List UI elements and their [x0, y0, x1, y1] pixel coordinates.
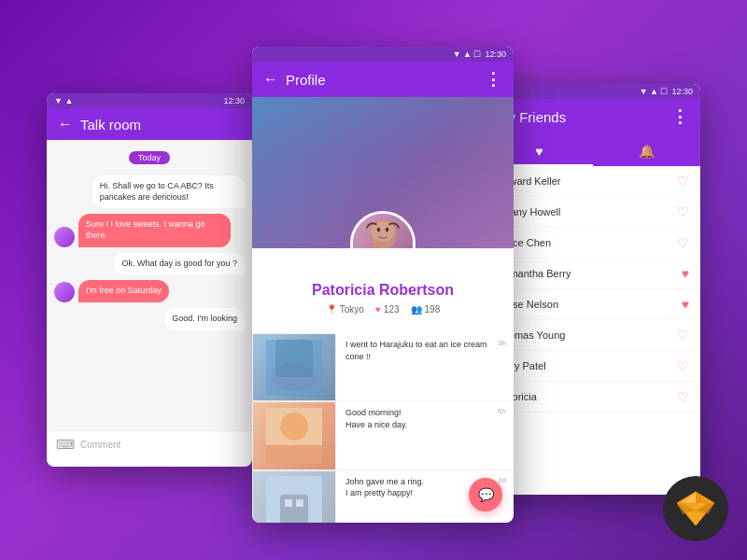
message-row-4: I'm free on Saturday: [54, 280, 245, 302]
message-row-3: Ok. What day is good for you ?: [54, 253, 245, 275]
profile-likes: ♥ 123: [375, 304, 400, 315]
msg-bubble-5: Good. I'm looking: [164, 308, 245, 330]
profile-header: ← Profile ⋮: [252, 62, 514, 248]
svg-point-2: [377, 228, 381, 232]
svg-rect-13: [296, 499, 303, 507]
status-time-right: 12:30: [671, 87, 693, 96]
likes-heart-icon: ♥: [375, 304, 381, 315]
post-time-2: 6h: [498, 407, 506, 415]
avatar-illustration: [353, 214, 413, 248]
status-bar-center: ▼ ▲ ☐ 12:30: [252, 47, 514, 62]
profile-meta: 📍 Tokyo ♥ 123 👥 198: [267, 304, 499, 315]
message-row-2: Sure ! I love sweets. I wanna go there.: [54, 214, 245, 246]
pin-icon: 📍: [326, 304, 337, 315]
friend-row-8: Patoricia ♡: [486, 382, 700, 413]
svg-point-8: [280, 413, 308, 441]
location-text: Tokyo: [340, 304, 364, 315]
status-bar-right: ▼ ▲ ☐ 12:30: [486, 84, 700, 99]
status-bar-left: ▼ ▲ 12:30: [47, 93, 252, 108]
status-time-center: 12:30: [485, 49, 506, 59]
feed-image-3: [252, 470, 336, 523]
messages-list: Hi. Shall we go to CA ABC? Its pancakes …: [47, 172, 252, 430]
profile-title: Profile: [286, 72, 477, 88]
feed-img-illustration-3: [266, 476, 322, 523]
feed-image-2: [252, 401, 336, 469]
msg-text-3: Ok. What day is good for you ?: [121, 259, 237, 268]
fab-chat-button[interactable]: 💬: [469, 478, 502, 511]
msg-text-2: Sure ! I love sweets. I wanna go there.: [86, 219, 205, 240]
friends-list: Edward Keller ♡ Tiffany Howell ♡ Bruce C…: [486, 166, 700, 495]
signal-icons-center: ▼ ▲ ☐: [453, 49, 482, 59]
msg-text-5: Good. I'm looking: [172, 314, 237, 323]
profile-location: 📍 Tokyo: [326, 304, 364, 315]
friend-heart-2[interactable]: ♡: [677, 204, 689, 219]
likes-count: 123: [384, 304, 400, 315]
svg-rect-11: [280, 495, 308, 523]
post-time-1: 3h: [498, 339, 506, 347]
back-button-left[interactable]: ←: [58, 116, 73, 133]
sketch-diamond-svg: [675, 490, 716, 527]
svg-point-3: [386, 228, 389, 232]
friend-row-4: Samantha Berry ♥: [486, 259, 700, 289]
message-row-5: Good. I'm looking: [54, 308, 245, 330]
tab-bell[interactable]: 🔔: [593, 138, 700, 166]
bell-tab-label: 🔔: [639, 144, 655, 159]
feed-images: [252, 333, 336, 523]
profile-avatar: [350, 211, 416, 248]
post-text-2: Good morning!Have a nice day.: [345, 407, 504, 430]
friend-row-2: Tiffany Howell ♡: [486, 197, 700, 228]
msg-text-1: Hi. Shall we go to CA ABC? Its pancakes …: [100, 181, 214, 202]
feed-img-illustration-1: [266, 340, 322, 396]
friend-heart-7[interactable]: ♡: [677, 358, 689, 373]
feed-post-2: 6h Good morning!Have a nice day.: [336, 401, 514, 469]
status-time-left: 12:30: [223, 96, 245, 105]
feed-img-illustration-2: [266, 408, 322, 464]
friend-heart-5[interactable]: ♥: [682, 297, 689, 312]
phone-profile: ▼ ▲ ☐ 12:30 ← Profile ⋮: [252, 47, 514, 523]
more-options-center[interactable]: ⋮: [485, 69, 502, 90]
phone-friends: ▼ ▲ ☐ 12:30 My Friends ⋮ ♥ 🔔 Edward Kell…: [486, 84, 700, 495]
profile-name: Patoricia Robertson: [267, 282, 499, 299]
msg-text-4: I'm free on Saturday: [86, 286, 162, 295]
friend-heart-1[interactable]: ♡: [677, 174, 689, 189]
talk-room-title: Talk room: [80, 117, 241, 133]
signal-icons: ▼ ▲: [54, 96, 73, 105]
friends-count: 198: [425, 304, 441, 315]
talk-room-app-bar: ← Talk room: [47, 108, 252, 140]
hearts-tab-label: ♥: [535, 144, 543, 159]
feed-image-1: [252, 333, 336, 401]
avatar-sent-2: [54, 282, 75, 302]
talk-room-body: Today Hi. Shall we go to CA ABC? Its pan…: [47, 140, 252, 457]
friend-heart-4[interactable]: ♥: [682, 266, 689, 281]
friends-title: My Friends: [497, 109, 664, 125]
feed-post-1: 3h I went to Harajuku to eat an ice crea…: [336, 333, 514, 401]
avatar-inner: [353, 214, 413, 248]
profile-avatar-wrapper: [350, 211, 416, 248]
friend-row-5: Jesse Nelson ♥: [486, 289, 700, 320]
svg-rect-6: [275, 340, 313, 377]
more-options-right[interactable]: ⋮: [671, 106, 689, 127]
friend-heart-8[interactable]: ♡: [677, 389, 689, 404]
sketch-icon: [663, 476, 728, 541]
msg-bubble-1: Hi. Shall we go to CA ABC? Its pancakes …: [92, 175, 245, 208]
message-row-1: Hi. Shall we go to CA ABC? Its pancakes …: [54, 175, 245, 208]
profile-info: Patoricia Robertson 📍 Tokyo ♥ 123 👥 198: [252, 248, 514, 333]
msg-bubble-2: Sure ! I love sweets. I wanna go there.: [78, 214, 231, 246]
friend-heart-3[interactable]: ♡: [677, 235, 689, 250]
svg-rect-9: [266, 445, 322, 464]
friend-row-7: Jerry Patel ♡: [486, 351, 700, 382]
phones-wrapper: ▼ ▲ 12:30 ← Talk room Today Hi. Shall we…: [19, 19, 728, 541]
friend-row-1: Edward Keller ♡: [486, 166, 700, 197]
friend-heart-6[interactable]: ♡: [677, 328, 689, 343]
friends-app-bar: My Friends ⋮: [486, 99, 700, 134]
post-time-3: 1d: [498, 476, 506, 484]
back-button-center[interactable]: ←: [263, 71, 278, 88]
comment-bar[interactable]: ⌨ Comment: [47, 430, 252, 457]
msg-bubble-4: I'm free on Saturday: [78, 280, 169, 302]
msg-bubble-3: Ok. What day is good for you ?: [114, 253, 245, 275]
today-badge: Today: [47, 147, 252, 164]
svg-rect-12: [285, 499, 292, 507]
profile-friends: 👥 198: [411, 304, 441, 315]
friend-row-6: Thomas Young ♡: [486, 320, 700, 351]
friends-people-icon: 👥: [411, 304, 422, 315]
